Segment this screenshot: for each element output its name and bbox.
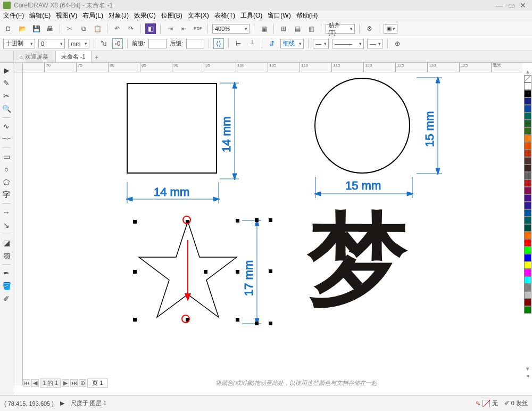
color-swatch[interactable] (524, 269, 531, 276)
ext-line-button[interactable]: ⊢ (233, 38, 244, 49)
zoom-tool[interactable]: 🔍 (1, 103, 12, 114)
color-swatch[interactable] (524, 165, 531, 172)
pdf-button[interactable]: PDF (193, 23, 203, 34)
show-zero-button[interactable]: ▫0 (112, 38, 123, 49)
shape-tool[interactable]: ✎ (1, 78, 12, 88)
color-swatch[interactable] (524, 209, 531, 217)
ellipse-tool[interactable]: ○ (1, 164, 12, 175)
prefix-input[interactable] (148, 39, 167, 48)
transparency-tool[interactable]: ▨ (1, 250, 12, 261)
menu-edit[interactable]: 编辑(E) (29, 11, 51, 20)
minimize-button[interactable]: — (494, 1, 505, 10)
color-swatch[interactable] (524, 142, 531, 150)
launch-combo[interactable]: ▣ (384, 24, 397, 34)
page-tab-1[interactable]: 页 1 (87, 379, 107, 388)
color-swatch[interactable] (524, 97, 531, 105)
artistic-media-tool[interactable]: 〰 (1, 134, 12, 144)
import-button[interactable]: ⇥ (165, 23, 176, 34)
color-swatch[interactable] (524, 306, 531, 314)
tab-add-button[interactable]: + (93, 53, 101, 62)
dropshadow-tool[interactable]: ◪ (1, 237, 12, 248)
maximize-button[interactable]: ▭ (505, 1, 517, 10)
color-swatch[interactable] (524, 90, 531, 97)
palette-up[interactable]: ▴ (523, 68, 532, 75)
crop-tool[interactable]: ✂ (1, 91, 12, 101)
color-swatch[interactable] (524, 83, 531, 90)
outline-indicator[interactable]: ✐0 发丝 (504, 399, 528, 407)
zoom-combo[interactable]: 400% (212, 24, 250, 34)
ext-gap-button[interactable]: ┴ (247, 38, 257, 49)
menu-effect[interactable]: 效果(C) (134, 11, 156, 20)
precision-combo[interactable]: 0 (38, 39, 65, 48)
polygon-tool[interactable]: ⬠ (1, 177, 12, 187)
print-button[interactable]: 🖶 (45, 23, 55, 34)
freehand-tool[interactable]: ∿ (1, 121, 12, 131)
vertical-ruler[interactable] (13, 72, 23, 385)
cut-button[interactable]: ✂ (64, 23, 75, 34)
palette-flyout[interactable]: ◂ (523, 372, 532, 379)
outline-tool[interactable]: ✐ (1, 293, 12, 304)
units-combo[interactable]: mm (68, 39, 89, 48)
pick-tool[interactable]: ▶ (1, 65, 12, 76)
line-start-combo[interactable]: — (313, 39, 329, 48)
paste-button[interactable]: 📋 (92, 23, 103, 34)
color-swatch[interactable] (524, 246, 531, 254)
horizontal-ruler[interactable]: 15 70 75 80 85 90 95 100 105 110 115 120… (23, 63, 522, 72)
fill-tool[interactable]: 🪣 (1, 281, 12, 291)
text-object-meng[interactable]: 梦 (307, 208, 409, 309)
rulers-button[interactable]: ⊞ (278, 23, 289, 34)
page-add[interactable]: ⊕ (79, 379, 86, 387)
redo-button[interactable]: ↷ (126, 23, 136, 34)
menu-file[interactable]: 文件(F) (3, 11, 24, 20)
suffix-input[interactable] (186, 39, 204, 48)
color-swatch[interactable] (524, 239, 531, 246)
rectangle-tool[interactable]: ▭ (1, 151, 12, 162)
grid-button[interactable]: ▤ (292, 23, 303, 34)
color-swatch[interactable] (524, 299, 531, 306)
color-swatch[interactable] (524, 217, 531, 224)
page-next[interactable]: ▶ (62, 379, 69, 387)
menu-window[interactable]: 窗口(W) (268, 11, 290, 20)
new-doc-button[interactable]: 🗋 (3, 23, 14, 34)
color-swatch[interactable] (524, 150, 531, 157)
page-prev[interactable]: ◀ (31, 379, 39, 387)
color-swatch[interactable] (524, 105, 531, 112)
fullscreen-button[interactable]: ▦ (259, 23, 269, 34)
menu-bitmap[interactable]: 位图(B) (161, 11, 182, 20)
close-button[interactable]: ✕ (517, 1, 529, 10)
menu-table[interactable]: 表格(T) (214, 11, 235, 20)
save-button[interactable]: 💾 (31, 23, 41, 34)
color-swatch[interactable] (524, 232, 531, 239)
color-swatch[interactable] (524, 261, 531, 269)
color-swatch[interactable] (524, 172, 531, 179)
outline-width-combo[interactable]: 细线 (280, 39, 304, 48)
color-swatch[interactable] (524, 224, 531, 232)
menu-help[interactable]: 帮助(H) (296, 11, 318, 20)
connector-tool[interactable]: ↘ (1, 220, 12, 231)
color-swatch[interactable] (524, 194, 531, 202)
dynamic-dim-button[interactable]: ⟨⟩ (213, 38, 224, 49)
color-swatch[interactable] (524, 187, 531, 194)
snap-combo[interactable]: 贴齐(T) (326, 24, 355, 34)
drawing-canvas[interactable]: 14 mm 14 mm (23, 72, 522, 378)
export-button[interactable]: ⇤ (179, 23, 189, 34)
undo-button[interactable]: ↶ (112, 23, 122, 34)
color-swatch[interactable] (524, 135, 531, 142)
dimension-style-combo[interactable]: 十进制 (3, 39, 35, 48)
page-last[interactable]: ⏭ (70, 379, 78, 387)
color-swatch[interactable] (524, 179, 531, 187)
swatch-none[interactable] (524, 75, 531, 83)
color-swatch[interactable] (524, 120, 531, 127)
tab-welcome[interactable]: ⌂ 欢迎屏幕 (13, 51, 54, 62)
dimension-tool[interactable]: ↔ (1, 207, 12, 218)
ruler-origin[interactable] (13, 63, 23, 72)
color-swatch[interactable] (524, 157, 531, 165)
menu-view[interactable]: 视图(V) (56, 11, 77, 20)
line-style-combo[interactable]: ——— (332, 39, 364, 48)
fill-indicator[interactable]: ⬁ 无 (476, 399, 498, 407)
show-units-button[interactable]: "u (98, 38, 109, 49)
color-swatch[interactable] (524, 112, 531, 120)
search-content-button[interactable]: ◧ (145, 23, 156, 34)
page-first[interactable]: ⏮ (23, 379, 30, 387)
color-swatch[interactable] (524, 254, 531, 261)
